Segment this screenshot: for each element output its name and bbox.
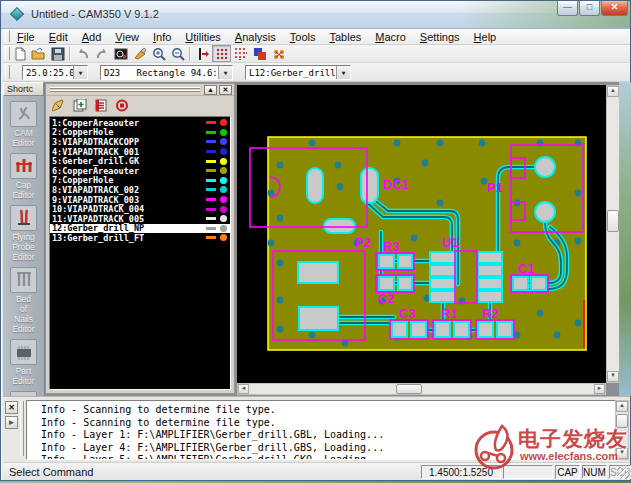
scroll-down-icon[interactable]: ▼ — [607, 371, 619, 382]
log-close-button[interactable]: ✕ — [5, 401, 18, 414]
menu-utilities[interactable]: Utilities — [178, 30, 227, 44]
panel-close-button[interactable]: ✕ — [219, 85, 232, 95]
menu-add[interactable]: Add — [75, 30, 109, 44]
layer-color-indicator[interactable] — [206, 158, 227, 165]
layer-row[interactable]: 7:CopperHole — [50, 176, 230, 186]
open-file-icon[interactable] — [29, 45, 48, 62]
menu-file[interactable]: File — [10, 30, 42, 44]
menu-help[interactable]: Help — [467, 30, 504, 44]
log-scroll-thumb[interactable] — [616, 414, 628, 428]
layer-table-icon[interactable] — [94, 99, 109, 112]
layer-row[interactable]: 11:VIAPADTRACK_005 — [50, 214, 230, 224]
active-layer-select[interactable]: L12:Gerber_drill_NP ▼ — [245, 65, 351, 80]
panel-grip[interactable] — [50, 87, 200, 93]
menu-tables[interactable]: Tables — [322, 30, 368, 44]
save-file-icon[interactable] — [48, 45, 67, 62]
layer-row[interactable]: 4:VIAPADTRACK_001 — [50, 147, 230, 157]
layer-row[interactable]: 1:CopperAreaouter — [50, 118, 230, 128]
layer-row[interactable]: 10:VIAPADTRACK_004 — [50, 204, 230, 214]
log-scrollbar[interactable]: ▲ ▼ — [615, 400, 629, 460]
snap-grid-icon[interactable] — [212, 45, 231, 62]
redraw-icon[interactable] — [115, 99, 130, 112]
layer-color-indicator[interactable] — [206, 138, 227, 145]
layer-row[interactable]: 13:Gerber_drill_FT — [50, 233, 230, 243]
scroll-down-icon[interactable]: ▼ — [616, 448, 628, 459]
layer-color-indicator[interactable] — [206, 148, 227, 155]
brush-icon[interactable] — [52, 99, 67, 112]
layer-color-indicator[interactable] — [206, 215, 227, 222]
layer-color-indicator[interactable] — [206, 234, 227, 241]
scroll-right-icon[interactable]: ► — [594, 384, 605, 394]
svg-text:C1: C1 — [518, 261, 535, 276]
add-layer-icon[interactable] — [73, 99, 88, 112]
toolbar-grip[interactable] — [3, 45, 10, 62]
menu-view[interactable]: View — [108, 30, 146, 44]
resize-grip[interactable] — [617, 467, 629, 479]
vertical-scrollbar[interactable]: ▲ ▼ — [606, 85, 620, 383]
menu-edit[interactable]: Edit — [42, 30, 75, 44]
layer-row[interactable]: 3:VIAPADTRACKCOPP — [50, 137, 230, 147]
layer-color-indicator[interactable] — [206, 225, 227, 232]
menu-grip[interactable] — [3, 29, 10, 44]
maximize-button[interactable]: □ — [579, 1, 600, 16]
chevron-down-icon[interactable]: ▼ — [73, 66, 87, 79]
undo-icon[interactable] — [73, 45, 92, 62]
dcode-select[interactable]: D23 Rectangle 94.6:35.6 ▼ — [100, 65, 233, 80]
sidebar-item-flying-probe-editor[interactable]: Flying Probe Editor — [3, 205, 44, 262]
sidebar-header[interactable]: Shortc — [3, 82, 44, 96]
layer-color-indicator[interactable] — [206, 186, 227, 193]
cleanup-brush-icon[interactable] — [130, 45, 149, 62]
grid-select[interactable]: 25.0:25.0 ▼ — [22, 65, 88, 80]
layer-color-indicator[interactable] — [206, 206, 227, 213]
sidebar-item-cam-editor[interactable]: CAM Editor — [3, 101, 44, 148]
layer-color-indicator[interactable] — [206, 177, 227, 184]
minimize-button[interactable]: — — [557, 1, 578, 16]
layer-row[interactable]: 2:CopperHole — [50, 128, 230, 138]
layer-color-indicator[interactable] — [206, 129, 227, 136]
scroll-up-icon[interactable]: ▲ — [616, 401, 628, 412]
menu-macro[interactable]: Macro — [368, 30, 413, 44]
chevron-down-icon[interactable]: ▼ — [218, 66, 232, 79]
cam-editor-icon — [10, 101, 37, 127]
log-output[interactable]: Info - Scanning to determine file type. … — [26, 400, 617, 460]
layer-row[interactable]: 9:VIAPADTRACK_003 — [50, 195, 230, 205]
sidebar-item-part-editor[interactable]: Part Editor — [3, 339, 44, 386]
scroll-left-icon[interactable]: ◄ — [238, 384, 249, 394]
view-window-icon[interactable] — [111, 45, 130, 62]
pcb-canvas[interactable]: DC1 P1 P2 R3 C2 U1 C1 C3 R1 R2 — [237, 85, 606, 383]
layer-color-indicator[interactable] — [206, 119, 227, 126]
layer-row-selected[interactable]: 12:Gerber_drill_NP — [50, 224, 230, 234]
layer-colors-icon[interactable] — [250, 45, 269, 62]
log-expand-button[interactable]: ► — [5, 416, 18, 429]
layer-color-indicator[interactable] — [206, 196, 227, 203]
horizontal-scroll-thumb[interactable] — [396, 384, 422, 394]
grid-dots-icon[interactable] — [231, 45, 250, 62]
sidebar-item-cap-editor[interactable]: Cap Editor — [3, 153, 44, 200]
sidebar-item-bed-of-nails-editor[interactable]: Bed of Nails Editor — [3, 267, 44, 334]
datum-point-icon[interactable] — [193, 45, 212, 62]
scroll-up-icon[interactable]: ▲ — [607, 86, 619, 97]
log-grip[interactable] — [20, 401, 24, 456]
title-bar[interactable]: Untitled - CAM350 V 9.1.2 — □ ✕ — [1, 1, 630, 29]
layer-row[interactable]: 6:CopperAreaouter — [50, 166, 230, 176]
num-lock-indicator: NUM — [582, 465, 607, 479]
vertical-scroll-thumb[interactable] — [607, 210, 619, 232]
zoom-out-icon[interactable] — [168, 45, 187, 62]
menu-tools[interactable]: Tools — [283, 30, 323, 44]
layer-color-indicator[interactable] — [206, 167, 227, 174]
zoom-in-icon[interactable] — [149, 45, 168, 62]
layer-row[interactable]: 8:VIAPADTRACK_002 — [50, 185, 230, 195]
menu-analysis[interactable]: Analysis — [228, 30, 283, 44]
toolbar2-grip[interactable] — [3, 63, 10, 81]
menu-settings[interactable]: Settings — [413, 30, 467, 44]
layer-row[interactable]: 5:Gerber_drill.GK — [50, 156, 230, 166]
highlight-pads-icon[interactable] — [269, 45, 288, 62]
menu-info[interactable]: Info — [146, 30, 178, 44]
layers-panel-titlebar[interactable]: ▲ ✕ — [46, 84, 234, 96]
chevron-down-icon[interactable]: ▼ — [336, 66, 350, 79]
close-button[interactable]: ✕ — [601, 1, 628, 16]
panel-minimize-button[interactable]: ▲ — [204, 85, 217, 95]
redo-icon[interactable] — [92, 45, 111, 62]
new-file-icon[interactable] — [10, 45, 29, 62]
horizontal-scrollbar[interactable]: ◄ ► — [237, 383, 606, 395]
